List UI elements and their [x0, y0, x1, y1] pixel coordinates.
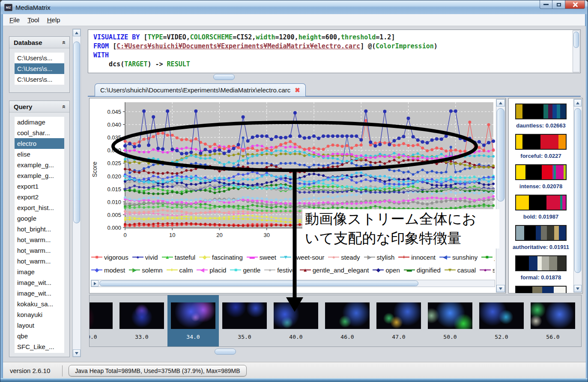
- query-item-hot-bright[interactable]: hot_bright...: [15, 224, 64, 234]
- tab-electro-carc[interactable]: C:\Users\shuichi\Documents\Experiments\M…: [95, 83, 306, 96]
- scroll-up-button[interactable]: [574, 99, 582, 107]
- scroll-down-button[interactable]: [574, 285, 582, 292]
- legend-label: innocent: [411, 254, 436, 261]
- editor-line: WITH: [93, 51, 575, 60]
- collapse-icon[interactable]: «: [60, 105, 68, 108]
- query-item-export2[interactable]: export2: [15, 192, 64, 202]
- database-item-c-users-s[interactable]: C:\Users\s...: [15, 74, 64, 85]
- editor-hscroll-thumb[interactable]: [213, 74, 235, 80]
- filmstrip-frame-46-0[interactable]: 46.0: [322, 295, 373, 346]
- scrollbar-thumb[interactable]: [73, 41, 80, 223]
- query-item-addimage[interactable]: addimage: [15, 117, 64, 127]
- scroll-right-button[interactable]: [91, 280, 98, 287]
- editor-token: =600,: [322, 33, 341, 41]
- scrollbar-thumb[interactable]: [99, 281, 418, 286]
- query-item-elise[interactable]: elise: [15, 149, 64, 160]
- query-item-layout[interactable]: layout: [15, 320, 64, 331]
- query-item-cool-shar[interactable]: cool_shar...: [15, 127, 64, 138]
- query-item-skil-gen[interactable]: skil_gen: [15, 352, 64, 353]
- filmstrip-frame-47-0[interactable]: 47.0: [373, 295, 424, 346]
- query-item-export-hist[interactable]: export_hist...: [15, 202, 64, 213]
- query-item-konayuki[interactable]: konayuki: [15, 309, 64, 320]
- query-panel-header[interactable]: Query «: [9, 101, 69, 113]
- collapse-icon[interactable]: «: [60, 41, 68, 44]
- impression-label: dauntless: 0.02663: [509, 122, 573, 129]
- scroll-up-button[interactable]: [496, 99, 505, 107]
- chart-vscrollbar[interactable]: [496, 99, 505, 293]
- filmstrip-frame-40-0[interactable]: 40.0: [270, 295, 322, 346]
- sidebar-scrollbar[interactable]: [72, 29, 81, 357]
- menu-item-help[interactable]: Help: [43, 15, 64, 25]
- query-item-example-g[interactable]: example_g...: [15, 170, 64, 181]
- editor-token: TYPE: [147, 33, 163, 41]
- annotation-line1: 動画像ストリーム全体にお: [305, 209, 499, 228]
- editor-token: FROM: [93, 42, 113, 50]
- java-heap-button[interactable]: Java Heap Total=989MB, Used=375MB (37.9%…: [69, 365, 246, 376]
- query-item-hot-warm[interactable]: hot_warm...: [15, 256, 64, 267]
- scroll-down-button[interactable]: [496, 285, 505, 292]
- query-editor[interactable]: VISUALIZE BY [TYPE=VIDEO,COLORSCHEME=CIS…: [88, 30, 581, 73]
- tab-close-icon[interactable]: ✖: [295, 86, 300, 94]
- video-thumbnail: [325, 302, 370, 329]
- query-item-hot-warm[interactable]: hot_warm...: [15, 234, 64, 245]
- swatch-segment: [522, 135, 540, 149]
- database-item-c-users-s[interactable]: C:\Users\s...: [15, 63, 64, 74]
- menu-item-file[interactable]: File: [6, 15, 24, 25]
- impression-label: intense: 0.02078: [509, 183, 573, 190]
- legend-item-modest: ◆modest: [91, 267, 125, 274]
- impression-scrollbar[interactable]: [573, 99, 582, 293]
- query-item-google[interactable]: google: [15, 213, 64, 224]
- svg-text:Score: Score: [91, 162, 98, 178]
- database-panel-header[interactable]: Database «: [9, 37, 69, 48]
- menu-item-tool[interactable]: Tool: [24, 15, 43, 25]
- database-item-c-users-s[interactable]: C:\Users\s...: [15, 53, 64, 63]
- query-item-image-wit[interactable]: image_wit...: [15, 277, 64, 288]
- scrollbar-thumb[interactable]: [574, 108, 581, 273]
- scroll-up-icon: [75, 32, 78, 34]
- title-bar[interactable]: MZ MediaMatrix: [0, 0, 588, 14]
- filmstrip-hscroll-thumb[interactable]: [215, 349, 236, 355]
- query-item-sfc-like[interactable]: SFC_Like_...: [15, 341, 64, 352]
- filmstrip-frame-35-0[interactable]: 35.0: [219, 295, 270, 346]
- swatch-segment: [537, 256, 542, 270]
- filmstrip-frame-34-0[interactable]: 34.0: [167, 295, 219, 346]
- legend-marker-icon: ▼: [280, 254, 291, 260]
- frame-time-label: 35.0: [219, 334, 270, 340]
- close-button[interactable]: [565, 0, 585, 9]
- query-item-electro[interactable]: electro: [15, 138, 64, 149]
- legend-item-stylish: ▶stylish: [364, 254, 395, 261]
- scroll-down-icon: [576, 287, 579, 290]
- impression-swatch: [515, 164, 567, 180]
- minimize-button[interactable]: [540, 0, 552, 9]
- frame-time-label: 33.0: [116, 334, 167, 340]
- scrollbar-thumb[interactable]: [497, 108, 504, 201]
- scrollbar-thumb[interactable]: [573, 32, 579, 48]
- legend-marker-icon: ▬: [404, 267, 415, 273]
- legend-label: sweet: [260, 254, 276, 261]
- query-item-hot-warm[interactable]: hot_warm...: [15, 245, 64, 256]
- filmstrip-frame-33-0[interactable]: 33.0: [116, 295, 167, 346]
- filmstrip-frame-50-0[interactable]: 50.0: [424, 295, 476, 346]
- window-title: MediaMatrix: [15, 4, 51, 11]
- query-item-example-g[interactable]: example_g...: [15, 160, 64, 170]
- scroll-down-button[interactable]: [73, 349, 81, 357]
- filmstrip-frame-56-0[interactable]: 56.0: [527, 295, 579, 346]
- scroll-up-button[interactable]: [73, 29, 81, 36]
- query-item-qbe[interactable]: qbe: [15, 331, 64, 341]
- svg-text:0.040: 0.040: [107, 121, 121, 128]
- scroll-down-icon: [75, 352, 78, 355]
- filmstrip-frame-30-0[interactable]: 30.0: [89, 295, 116, 346]
- legend-hscrollbar[interactable]: [91, 280, 495, 287]
- impression-panel: dauntless: 0.02663forceful: 0.0227intens…: [508, 98, 583, 293]
- annotation-note: 動画像ストリーム全体にお いて支配的な印象特徴量: [302, 209, 499, 249]
- svg-text:30: 30: [264, 232, 270, 238]
- legend-marker-icon: ▼: [445, 267, 456, 273]
- query-item-export1[interactable]: export1: [15, 181, 64, 192]
- query-item-kokaku-sa[interactable]: kokaku_sa...: [15, 299, 64, 309]
- filmstrip-frame-52-0[interactable]: 52.0: [476, 295, 527, 346]
- editor-scrollbar[interactable]: [573, 30, 580, 72]
- swatch-segment: [536, 226, 541, 240]
- maximize-button[interactable]: [552, 0, 565, 9]
- query-item-image[interactable]: image: [15, 267, 64, 277]
- query-item-image-wit[interactable]: image_wit...: [15, 288, 64, 299]
